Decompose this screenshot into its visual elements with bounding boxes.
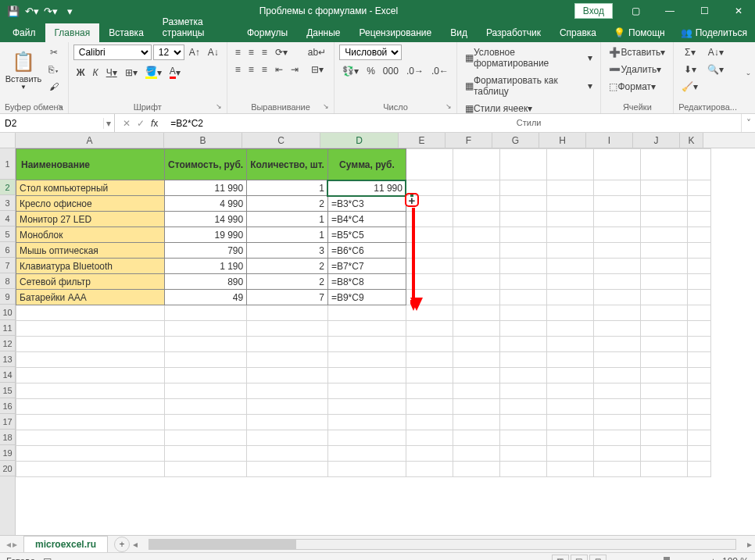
cell-J15[interactable]	[640, 383, 687, 399]
cell-H2[interactable]	[546, 180, 593, 196]
cell-A5[interactable]: Моноблок	[16, 227, 165, 243]
cell-H8[interactable]	[546, 274, 593, 290]
cell-F8[interactable]	[453, 274, 499, 290]
row-header-8[interactable]: 8	[0, 273, 15, 289]
cell-I1[interactable]	[593, 149, 640, 180]
cell-G1[interactable]	[499, 149, 546, 180]
column-header-K[interactable]: K	[680, 133, 703, 148]
cell-G20[interactable]	[499, 462, 546, 477]
tab-data[interactable]: Данные	[297, 23, 349, 42]
cell-I9[interactable]	[593, 290, 640, 305]
wrap-text-button[interactable]: ab↵	[305, 45, 329, 60]
tab-review[interactable]: Рецензирование	[350, 23, 442, 42]
cell-F3[interactable]	[453, 196, 499, 212]
cancel-formula-icon[interactable]: ✕	[123, 118, 131, 129]
row-header-6[interactable]: 6	[0, 242, 15, 258]
cell-H20[interactable]	[546, 462, 593, 477]
cell-D6[interactable]: =B6*C6	[327, 243, 406, 259]
format-painter-button[interactable]: 🖌	[45, 79, 63, 95]
cell-E20[interactable]	[406, 462, 453, 477]
cell-C3[interactable]: 2	[247, 196, 328, 212]
fill-color-button[interactable]: 🪣▾	[142, 63, 165, 81]
cell-E16[interactable]	[406, 399, 453, 415]
align-launcher-icon[interactable]: ↘	[323, 102, 331, 111]
column-header-B[interactable]: B	[164, 133, 242, 148]
zoom-in-icon[interactable]: +	[710, 556, 716, 561]
cell-C10[interactable]	[247, 305, 328, 321]
column-header-A[interactable]: A	[16, 133, 164, 148]
cell-A16[interactable]	[16, 399, 165, 415]
comma-format-icon[interactable]: 000	[380, 63, 402, 79]
cell-G16[interactable]	[499, 399, 546, 415]
cell-F11[interactable]	[453, 321, 499, 337]
cell-F13[interactable]	[453, 352, 499, 368]
page-layout-view-icon[interactable]: ▤	[571, 555, 588, 561]
cell-J9[interactable]	[640, 290, 687, 305]
column-header-H[interactable]: H	[539, 133, 586, 148]
cell-F17[interactable]	[453, 415, 499, 430]
format-as-table-button[interactable]: ▦ Форматировать как таблицу ▾	[462, 73, 596, 99]
cell-C5[interactable]: 1	[247, 227, 328, 243]
tab-insert[interactable]: Вставка	[99, 23, 153, 42]
cell-D1[interactable]: Сумма, руб.	[327, 149, 406, 180]
row-header-11[interactable]: 11	[0, 320, 15, 336]
minimize-icon[interactable]: —	[653, 0, 686, 22]
redo-icon[interactable]: ↷▾	[44, 4, 58, 18]
cell-H7[interactable]	[546, 259, 593, 274]
insert-cells-button[interactable]: ➕ Вставить ▾	[606, 45, 668, 60]
cell-J6[interactable]	[640, 243, 687, 259]
cell-C14[interactable]	[247, 368, 328, 383]
cell-B13[interactable]	[165, 352, 247, 368]
cell-F15[interactable]	[453, 383, 499, 399]
cell-I12[interactable]	[593, 337, 640, 352]
cell-D7[interactable]: =B7*C7	[327, 259, 406, 274]
cell-J4[interactable]	[640, 212, 687, 227]
align-left-icon[interactable]: ≡	[232, 62, 244, 77]
cell-B10[interactable]	[165, 305, 247, 321]
cell-D11[interactable]	[327, 321, 406, 337]
row-header-4[interactable]: 4	[0, 211, 15, 226]
clear-button[interactable]: 🧹▾	[678, 79, 701, 95]
cell-E11[interactable]	[406, 321, 453, 337]
add-sheet-button[interactable]: +	[114, 537, 130, 552]
cell-F9[interactable]	[453, 290, 499, 305]
cell-B3[interactable]: 4 990	[165, 196, 247, 212]
cell-K2[interactable]	[687, 180, 710, 196]
cell-F19[interactable]	[453, 446, 499, 462]
name-box-input[interactable]	[0, 118, 103, 129]
cell-C6[interactable]: 3	[247, 243, 328, 259]
cell-E12[interactable]	[406, 337, 453, 352]
cell-A17[interactable]	[16, 415, 165, 430]
align-bottom-icon[interactable]: ≡	[259, 45, 270, 60]
cell-G14[interactable]	[499, 368, 546, 383]
cell-B1[interactable]: Стоимость, руб.	[165, 149, 247, 180]
cell-I4[interactable]	[593, 212, 640, 227]
cell-K13[interactable]	[687, 352, 710, 368]
enter-formula-icon[interactable]: ✓	[137, 118, 145, 129]
delete-cells-button[interactable]: ➖ Удалить ▾	[606, 62, 664, 77]
column-header-J[interactable]: J	[633, 133, 680, 148]
cell-H6[interactable]	[546, 243, 593, 259]
cell-A6[interactable]: Мышь оптическая	[16, 243, 165, 259]
cell-C4[interactable]: 1	[247, 212, 328, 227]
cell-K10[interactable]	[687, 305, 710, 321]
tab-formulas[interactable]: Формулы	[238, 23, 297, 42]
login-button[interactable]: Вход	[574, 3, 613, 19]
format-cells-button[interactable]: ⬚ Формат ▾	[606, 79, 659, 95]
cell-G19[interactable]	[499, 446, 546, 462]
cell-K6[interactable]	[687, 243, 710, 259]
tab-view[interactable]: Вид	[441, 23, 477, 42]
cell-I6[interactable]	[593, 243, 640, 259]
cell-C7[interactable]: 2	[247, 259, 328, 274]
row-header-5[interactable]: 5	[0, 226, 15, 242]
insert-function-icon[interactable]: fx	[151, 118, 158, 129]
cell-G7[interactable]	[499, 259, 546, 274]
cell-F2[interactable]	[453, 180, 499, 196]
page-break-view-icon[interactable]: ⊞	[589, 555, 607, 561]
align-middle-icon[interactable]: ≡	[245, 45, 257, 60]
row-header-16[interactable]: 16	[0, 398, 15, 414]
cell-K14[interactable]	[687, 368, 710, 383]
cell-D9[interactable]: =B9*C9	[327, 290, 406, 305]
cut-button[interactable]: ✂	[45, 45, 63, 60]
cell-H1[interactable]	[546, 149, 593, 180]
